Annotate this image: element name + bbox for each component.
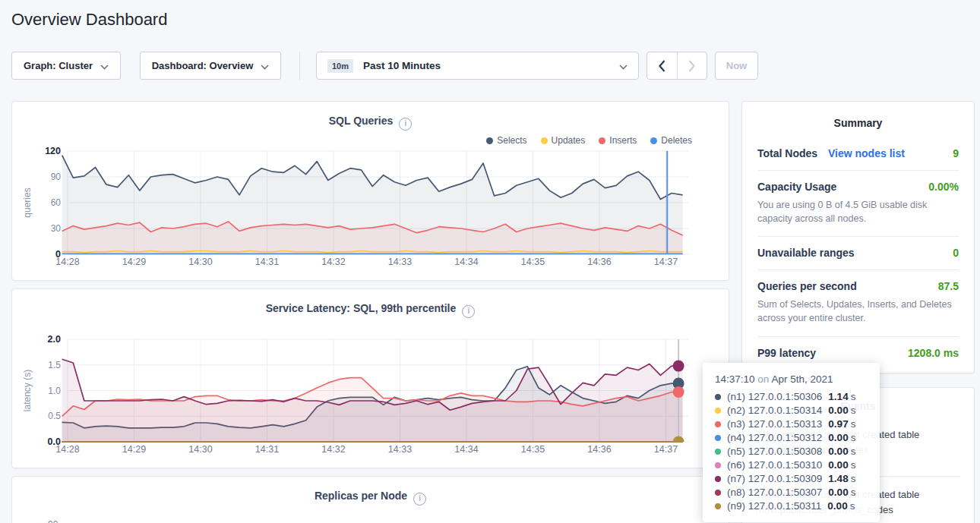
service-latency-chart[interactable]: 14:2814:2914:3014:3114:3214:3314:3414:35… [12,289,729,468]
capacity-usage-desc: You are using 0 B of 4.5 GiB usable disk… [757,193,959,225]
svg-text:14:33: 14:33 [388,257,412,267]
node-latency-value: 0.00 [828,404,848,417]
info-icon[interactable]: i [413,493,426,506]
node-address: (n4) 127.0.0.1:50312 [727,431,822,445]
node-latency-value: 0.00 [828,458,848,472]
service-latency-panel: Service Latency: SQL, 99th percentilei 1… [11,288,729,468]
svg-text:1.5: 1.5 [48,360,61,370]
node-dot-icon [715,408,721,414]
controls-divider [299,52,300,80]
total-nodes-label: Total Nodes [757,147,817,159]
summary-heading: Summary [742,102,974,137]
node-dot-icon [715,449,721,455]
capacity-usage-label: Capacity Usage [757,181,836,193]
node-latency-unit: s [851,445,856,458]
node-dot-icon [715,394,721,400]
chevron-down-icon [100,59,109,73]
svg-text:30: 30 [51,223,62,234]
time-range-label: Past 10 Minutes [363,60,441,71]
svg-text:1.0: 1.0 [48,386,61,396]
svg-text:latency (s): latency (s) [22,370,33,411]
summary-row-qps: 87.5 Queries per second Sum of Selects, … [757,270,959,336]
summary-panel: Summary 9 Total Nodes View nodes list 0.… [741,101,975,373]
node-dot-icon [715,476,721,482]
svg-text:14:36: 14:36 [587,444,611,455]
now-button-label: Now [726,60,747,71]
page-title: Overview Dashboard [11,10,167,30]
now-button[interactable]: Now [715,52,758,80]
node-latency-value: 0.00 [828,445,848,458]
tooltip-row: (n8) 127.0.0.1:503070.00s [715,486,868,499]
tooltip-row: (n3) 127.0.0.1:503130.97s [715,417,868,431]
svg-text:14:35: 14:35 [521,444,545,455]
svg-text:60: 60 [51,197,62,208]
svg-text:14:32: 14:32 [321,444,345,455]
svg-text:14:31: 14:31 [255,257,279,267]
svg-text:0: 0 [55,249,61,260]
p99-latency-label: P99 latency [757,347,816,359]
svg-text:14:29: 14:29 [122,257,146,267]
node-address: (n8) 127.0.0.1:50307 [727,486,822,499]
replicas-per-node-title: Replicas per Nodei [12,490,729,506]
node-address: (n3) 127.0.0.1:50313 [727,417,822,431]
dashboard-dropdown[interactable]: Dashboard: Overview [140,52,281,80]
tooltip-row: (n9) 127.0.0.1:503110.00s [715,499,868,513]
node-latency-unit: s [851,404,856,417]
tooltip-row: (n2) 127.0.0.1:503140.00s [715,404,868,417]
node-dot-icon [715,462,721,468]
summary-row-total-nodes: 9 Total Nodes View nodes list [757,137,959,171]
svg-text:14:34: 14:34 [454,444,478,455]
svg-text:90: 90 [51,172,62,182]
node-latency-unit: s [851,417,856,431]
node-address: (n5) 127.0.0.1:50308 [727,445,822,458]
time-step-buttons [646,52,707,80]
time-range-selector[interactable]: 10m Past 10 Minutes [316,52,639,80]
sql-queries-chart[interactable]: 14:2814:2914:3014:3114:3214:3314:3414:35… [12,102,729,280]
sql-queries-panel: SQL Queriesi SelectsUpdatesInsertsDelete… [11,101,729,281]
capacity-usage-value: 0.00% [928,181,959,193]
node-latency-value: 0.00 [827,499,847,513]
svg-text:14:36: 14:36 [587,257,611,267]
view-nodes-list-link[interactable]: View nodes list [828,147,905,159]
node-dot-icon [715,503,721,509]
svg-text:14:32: 14:32 [321,257,345,267]
node-latency-unit: s [850,499,855,513]
svg-text:queries: queries [22,187,33,217]
svg-text:0.5: 0.5 [48,411,61,421]
node-address: (n9) 127.0.0.1:50311 [727,499,821,513]
node-address: (n1) 127.0.0.1:50306 [727,390,822,404]
node-latency-unit: s [851,486,856,499]
svg-text:120: 120 [45,146,61,156]
chevron-down-icon [261,59,269,73]
unavailable-ranges-label: Unavailable ranges [757,247,855,259]
summary-row-unavailable-ranges: 0 Unavailable ranges [757,237,959,270]
node-latency-value: 1.14 [828,390,848,404]
svg-text:14:30: 14:30 [188,444,212,455]
total-nodes-value: 9 [953,147,959,159]
svg-text:14:37: 14:37 [654,257,678,267]
node-address: (n7) 127.0.0.1:50309 [727,472,822,486]
tooltip-row: (n6) 127.0.0.1:503100.00s [715,458,868,472]
svg-text:14:37: 14:37 [654,444,678,455]
node-dot-icon [715,421,721,427]
prev-time-button[interactable] [647,52,677,79]
node-latency-unit: s [851,472,856,486]
unavailable-ranges-value: 0 [953,247,959,259]
tooltip-row: (n4) 127.0.0.1:503120.00s [715,431,868,445]
node-dot-icon [715,435,721,441]
qps-value: 87.5 [938,280,959,292]
svg-text:14:33: 14:33 [388,444,412,455]
svg-text:14:30: 14:30 [188,257,212,267]
graph-dropdown-label: Graph: Cluster [24,60,93,71]
graph-dropdown[interactable]: Graph: Cluster [11,52,121,80]
svg-text:14:29: 14:29 [122,444,146,455]
node-address: (n2) 127.0.0.1:50314 [727,404,822,417]
time-range-badge: 10m [327,59,353,73]
replicas-per-node-panel: Replicas per Nodei 90 [11,476,729,523]
node-latency-value: 0.00 [828,431,848,445]
dashboard-dropdown-label: Dashboard: Overview [152,60,254,71]
next-time-button[interactable] [677,52,707,79]
qps-desc: Sum of Selects, Updates, Inserts, and De… [757,292,959,325]
node-dot-icon [715,490,721,496]
node-latency-unit: s [851,458,856,472]
